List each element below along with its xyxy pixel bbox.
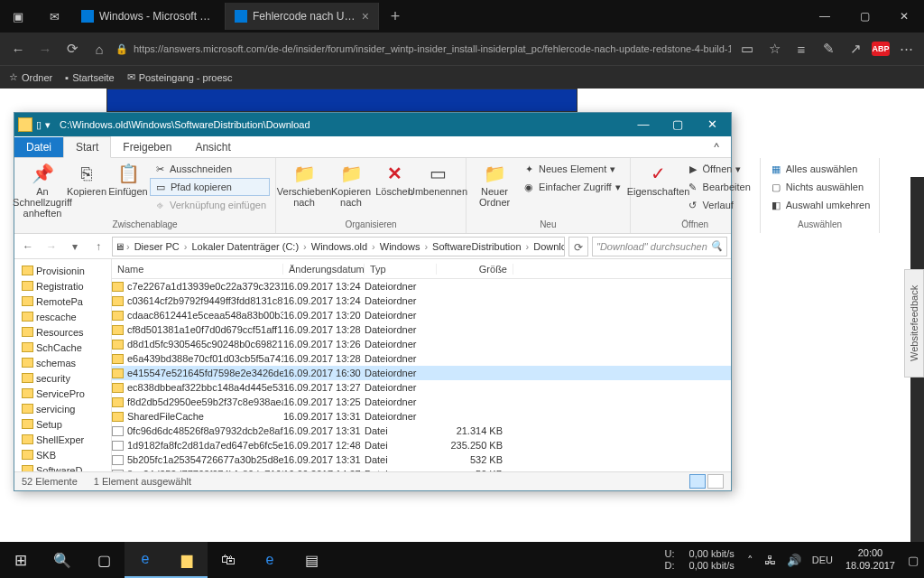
list-item[interactable]: 0fc96d6dc48526f8a97932dcb2e8af01143d...1… — [112, 424, 731, 438]
minimize-button[interactable]: — — [805, 0, 845, 33]
fav-ordner[interactable]: ☆ Ordner — [9, 71, 52, 83]
breadcrumb-seg[interactable]: Lokaler Datenträger (C:) — [189, 241, 301, 252]
back-button[interactable]: ← — [18, 237, 38, 256]
abp-icon[interactable]: ABP — [872, 42, 890, 56]
taskbar-store[interactable]: 🛍 — [208, 542, 249, 578]
details-view-button[interactable] — [689, 474, 706, 489]
taskbar-clock[interactable]: 20:0018.09.2017 — [838, 547, 902, 573]
tray-network-icon[interactable]: 🖧 — [759, 554, 781, 567]
tree-node[interactable]: ShellExper — [14, 432, 111, 447]
breadcrumb-seg[interactable]: Download — [531, 241, 565, 252]
tree-node[interactable]: servicing — [14, 401, 111, 416]
invert-selection-button[interactable]: ◧Auswahl umkehren — [766, 196, 874, 214]
refresh-button[interactable]: ⟳ — [568, 237, 588, 256]
close-icon[interactable]: × — [362, 9, 369, 23]
forward-button[interactable]: → — [42, 237, 61, 256]
tab-start[interactable]: Start — [63, 136, 111, 158]
fav-startseite[interactable]: ▪ Startseite — [65, 72, 114, 83]
qat-icon[interactable]: ▾ — [45, 119, 51, 131]
tree-node[interactable]: ServicePro — [14, 386, 111, 401]
search-button[interactable]: 🔍 — [42, 542, 83, 578]
app-menu-icon[interactable]: ▣ — [0, 0, 36, 33]
properties-button[interactable]: ✓Eigenschaften — [636, 160, 681, 197]
tree-node[interactable]: security — [14, 370, 111, 386]
list-item[interactable]: 1d9182fa8fc2d81da7ed647eb6fc5e32d990...1… — [112, 438, 731, 452]
list-item[interactable]: ec838dbbeaf322bbc148a4d445e538b916.09.20… — [112, 380, 731, 395]
folder-tree[interactable]: ProvisioninRegistratioRemoteParescacheRe… — [14, 259, 112, 471]
rename-button[interactable]: ▭Umbenennen — [415, 160, 460, 197]
task-view-button[interactable]: ▢ — [83, 542, 125, 578]
ribbon-collapse-icon[interactable]: ^ — [702, 137, 731, 157]
new-folder-button[interactable]: 📁Neuer Ordner — [472, 160, 517, 208]
lock-icon[interactable]: ✉ — [36, 0, 72, 33]
open-button[interactable]: ▶Öffnen ▾ — [683, 160, 754, 178]
qat-icon[interactable]: ▯ — [36, 119, 42, 131]
list-item[interactable]: 5b205fc1a25354726677a30b25d8e41b3ef6...1… — [112, 452, 731, 467]
history-button[interactable]: ↺Verlauf — [683, 196, 754, 214]
tab-view[interactable]: Ansicht — [183, 137, 242, 157]
edit-button[interactable]: ✎Bearbeiten — [683, 178, 754, 196]
breadcrumb-seg[interactable]: Windows — [377, 241, 423, 252]
pin-button[interactable]: 📌An Schnellzugriff anheften — [20, 160, 65, 219]
paste-link-button[interactable]: ⎆Verknüpfung einfügen — [150, 196, 270, 214]
tab-1[interactable]: Windows - Microsoft Comm — [72, 3, 226, 30]
list-item[interactable]: cdaac8612441e5ceaa548a83b00b306e16.09.20… — [112, 308, 731, 322]
tab-2[interactable]: Fehlercode nach Updat× — [226, 3, 379, 30]
start-button[interactable]: ⊞ — [0, 542, 42, 578]
notes-icon[interactable]: ✎ — [818, 38, 839, 60]
more-icon[interactable]: ⋯ — [895, 38, 917, 60]
taskbar-app[interactable]: ▤ — [291, 542, 332, 578]
taskbar-ie[interactable]: e — [249, 542, 291, 578]
list-item[interactable]: e415547e521645fd7598e2e3426dedf716.09.20… — [112, 366, 731, 380]
select-none-button[interactable]: ▢Nichts auswählen — [766, 178, 874, 196]
cut-button[interactable]: ✂Ausschneiden — [150, 160, 270, 178]
maximize-button[interactable]: ▢ — [845, 0, 884, 33]
home-button[interactable]: ⌂ — [88, 38, 110, 60]
copy-path-button[interactable]: ▭Pfad kopieren — [150, 178, 270, 196]
list-header[interactable]: Name Änderungsdatum Typ Größe — [112, 259, 731, 279]
reading-view-icon[interactable]: ▭ — [736, 38, 758, 60]
breadcrumb-seg[interactable]: Windows.old — [309, 241, 370, 252]
action-center-icon[interactable]: ▢ — [902, 554, 924, 567]
share-icon[interactable]: ↗ — [845, 38, 866, 60]
address-bar[interactable]: 🔒https://answers.microsoft.com/de-de/ins… — [116, 43, 731, 55]
list-item[interactable]: cf8d501381a1e0f7d0d679ccf51aff1316.09.20… — [112, 322, 731, 337]
back-button[interactable]: ← — [7, 38, 29, 60]
close-button[interactable]: ✕ — [697, 115, 727, 135]
tree-node[interactable]: Resources — [14, 324, 111, 340]
tree-node[interactable]: SoftwareD — [14, 462, 111, 471]
feedback-tab[interactable]: Websitefeedback — [904, 269, 924, 378]
tree-node[interactable]: rescache — [14, 309, 111, 324]
tree-node[interactable]: Setup — [14, 416, 111, 432]
close-button[interactable]: ✕ — [884, 0, 924, 33]
page-scrollbar[interactable] — [910, 177, 924, 578]
breadcrumb-seg[interactable]: Dieser PC — [132, 241, 182, 252]
easy-access-button[interactable]: ◉Einfacher Zugriff ▾ — [519, 178, 624, 196]
list-item[interactable]: SharedFileCache16.09.2017 13:31Dateiordn… — [112, 409, 731, 424]
list-item[interactable]: d8d1d5fc9305465c90248b0c698213f616.09.20… — [112, 337, 731, 351]
tree-node[interactable]: Provisionin — [14, 263, 111, 278]
tree-node[interactable]: SKB — [14, 447, 111, 462]
list-item[interactable]: f8d2db5d2950ee59b2f37c8e938aea7516.09.20… — [112, 395, 731, 409]
copy-to-button[interactable]: 📁Kopieren nach — [328, 160, 374, 208]
tab-file[interactable]: Datei — [14, 137, 63, 157]
tree-node[interactable]: schemas — [14, 355, 111, 370]
recent-button[interactable]: ▾ — [65, 237, 85, 256]
new-item-button[interactable]: ✦Neues Element ▾ — [519, 160, 624, 178]
refresh-button[interactable]: ⟳ — [61, 38, 83, 60]
breadcrumb[interactable]: 🖥› Dieser PC›Lokaler Datenträger (C:)›Wi… — [112, 237, 565, 256]
search-input[interactable]: "Download" durchsuchen🔍 — [592, 237, 727, 256]
taskbar-edge[interactable]: e — [125, 542, 166, 578]
move-to-button[interactable]: 📁Verschieben nach — [282, 160, 327, 208]
tray-language[interactable]: DEU — [807, 555, 838, 565]
minimize-button[interactable]: — — [628, 115, 659, 135]
list-item[interactable]: c03614cf2b9792f9449ff3fdd8131c8f16.09.20… — [112, 294, 731, 308]
favorites-hub-icon[interactable]: ≡ — [790, 38, 812, 60]
icons-view-button[interactable] — [707, 474, 724, 489]
select-all-button[interactable]: ▦Alles auswählen — [766, 160, 874, 178]
list-body[interactable]: c7e2267a1d13939e0c22a379c323141316.09.20… — [112, 279, 731, 471]
explorer-titlebar[interactable]: ▯ ▾ C:\Windows.old\Windows\SoftwareDistr… — [14, 113, 731, 136]
new-tab-button[interactable]: + — [379, 7, 411, 26]
tray-volume-icon[interactable]: 🔊 — [781, 554, 807, 567]
copy-button[interactable]: ⎘Kopieren — [67, 160, 106, 197]
